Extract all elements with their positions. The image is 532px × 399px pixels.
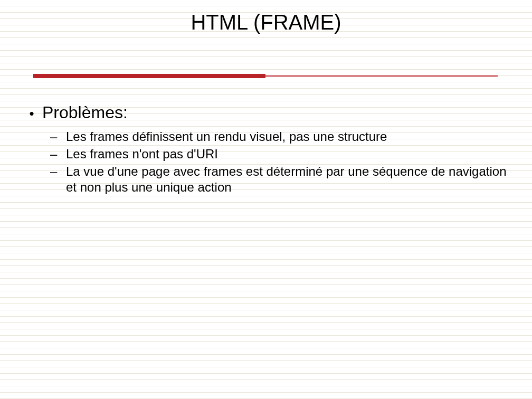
bullet-icon: •	[21, 106, 42, 122]
divider-thin	[265, 75, 498, 77]
item-text: La vue d'une page avec frames est déterm…	[66, 164, 517, 195]
main-content: • Problèmes: – Les frames définissent un…	[21, 103, 517, 197]
dash-icon: –	[48, 146, 66, 162]
list-item: – Les frames n'ont pas d'URI	[48, 146, 517, 162]
slide-title: HTML (FRAME)	[0, 11, 532, 34]
divider-thick	[33, 74, 265, 78]
dash-icon: –	[48, 129, 66, 145]
list-heading: • Problèmes:	[21, 103, 517, 122]
item-text: Les frames définissent un rendu visuel, …	[66, 129, 517, 145]
item-text: Les frames n'ont pas d'URI	[66, 146, 517, 162]
list-item: – Les frames définissent un rendu visuel…	[48, 129, 517, 145]
dash-icon: –	[48, 164, 66, 179]
list-item: – La vue d'une page avec frames est déte…	[48, 164, 517, 195]
heading-text: Problèmes:	[42, 103, 128, 122]
background-lines	[0, 0, 532, 399]
